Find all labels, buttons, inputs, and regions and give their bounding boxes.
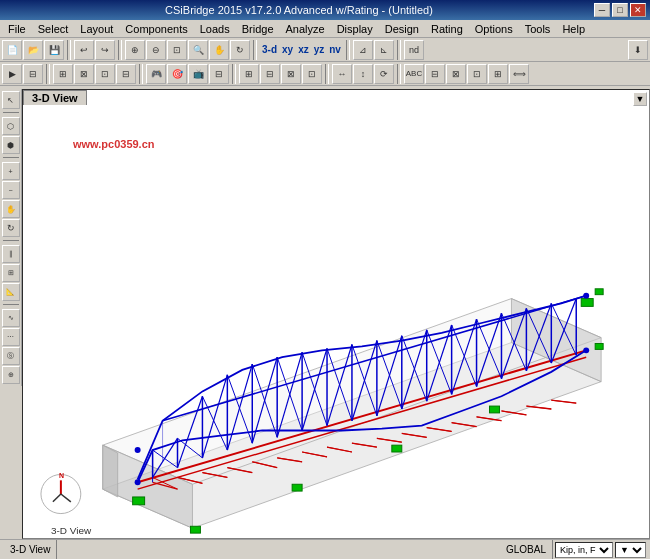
- t2-btn12[interactable]: ⊟: [260, 64, 280, 84]
- t2-btn11[interactable]: ⊞: [239, 64, 259, 84]
- t2-sep1: [46, 64, 50, 84]
- menu-item-analyze[interactable]: Analyze: [280, 22, 331, 36]
- menu-item-tools[interactable]: Tools: [519, 22, 557, 36]
- maximize-button[interactable]: □: [612, 3, 628, 17]
- zoom-out-btn[interactable]: ⊖: [146, 40, 166, 60]
- menu-item-file[interactable]: File: [2, 22, 32, 36]
- svg-point-104: [583, 347, 589, 353]
- t2-btn15[interactable]: ↔: [332, 64, 352, 84]
- lt-zoom2[interactable]: −: [2, 181, 20, 199]
- main-area: 3-D View ▼ www.pc0359.cn: [22, 89, 650, 539]
- coord-dropdown[interactable]: ▼: [615, 542, 646, 558]
- lt-zoom[interactable]: +: [2, 162, 20, 180]
- svg-text:3-D View: 3-D View: [51, 525, 92, 536]
- t2-btn6[interactable]: ⊟: [116, 64, 136, 84]
- lt-sep3: [3, 240, 19, 242]
- t2-btn9[interactable]: 📺: [188, 64, 208, 84]
- left-toolbar: ↖ ⬡ ⬢ + − ✋ ↻ ∥ ⊞ 📐 ∿ ⋯ Ⓢ ⊕: [0, 89, 22, 386]
- pan-btn[interactable]: ✋: [209, 40, 229, 60]
- lt-tool1[interactable]: ∥: [2, 245, 20, 263]
- lt-sep2: [3, 157, 19, 159]
- lt-select2[interactable]: ⬢: [2, 136, 20, 154]
- t2-btn10[interactable]: ⊟: [209, 64, 229, 84]
- menu-item-bridge[interactable]: Bridge: [236, 22, 280, 36]
- svg-rect-105: [595, 289, 603, 295]
- t2-btn7[interactable]: 🎮: [146, 64, 166, 84]
- svg-point-108: [135, 447, 141, 453]
- svg-rect-102: [490, 406, 500, 413]
- menu-item-select[interactable]: Select: [32, 22, 75, 36]
- redo-button[interactable]: ↪: [95, 40, 115, 60]
- menu-item-components[interactable]: Components: [119, 22, 193, 36]
- toolbar1: 📄 📂 💾 ↩ ↪ ⊕ ⊖ ⊡ 🔍 ✋ ↻ 3-d xy xz yz nv ⊿ …: [0, 38, 650, 62]
- t2-btn18[interactable]: ABC: [404, 64, 424, 84]
- view-btn2[interactable]: ⊾: [374, 40, 394, 60]
- t2-btn21[interactable]: ⊡: [467, 64, 487, 84]
- lt-tool6[interactable]: Ⓢ: [2, 347, 20, 365]
- zoom-in-btn[interactable]: ⊕: [125, 40, 145, 60]
- t2-btn5[interactable]: ⊡: [95, 64, 115, 84]
- svg-rect-100: [292, 484, 302, 491]
- svg-rect-101: [392, 445, 402, 452]
- menu-item-loads[interactable]: Loads: [194, 22, 236, 36]
- t2-btn8[interactable]: 🎯: [167, 64, 187, 84]
- lt-select[interactable]: ⬡: [2, 117, 20, 135]
- t2-btn23[interactable]: ⟺: [509, 64, 529, 84]
- t2-btn1[interactable]: ▶: [2, 64, 22, 84]
- t2-btn16[interactable]: ↕: [353, 64, 373, 84]
- menu-item-layout[interactable]: Layout: [74, 22, 119, 36]
- menu-item-design[interactable]: Design: [379, 22, 425, 36]
- open-button[interactable]: 📂: [23, 40, 43, 60]
- minimize-button[interactable]: ─: [594, 3, 610, 17]
- lt-tool7[interactable]: ⊕: [2, 366, 20, 384]
- lt-rotate[interactable]: ↻: [2, 219, 20, 237]
- lt-pan[interactable]: ✋: [2, 200, 20, 218]
- t2-btn17[interactable]: ⟳: [374, 64, 394, 84]
- menu-item-help[interactable]: Help: [556, 22, 591, 36]
- view-xz-label[interactable]: xz: [296, 44, 311, 55]
- view-xy-label[interactable]: xy: [280, 44, 295, 55]
- title-bar-text: CSiBridge 2015 v17.2.0 Advanced w/Rating…: [4, 4, 594, 16]
- lt-tool2[interactable]: ⊞: [2, 264, 20, 282]
- download-btn[interactable]: ⬇: [628, 40, 648, 60]
- view-yz-label[interactable]: yz: [312, 44, 327, 55]
- menu-item-display[interactable]: Display: [331, 22, 379, 36]
- view-btn1[interactable]: ⊿: [353, 40, 373, 60]
- canvas-area[interactable]: www.pc0359.cn: [23, 108, 649, 538]
- lt-tool4[interactable]: ∿: [2, 309, 20, 327]
- svg-marker-5: [103, 445, 118, 497]
- global-label: GLOBAL: [500, 540, 553, 559]
- t2-btn4[interactable]: ⊠: [74, 64, 94, 84]
- tab-close-button[interactable]: ▼: [633, 92, 647, 106]
- lt-tool5[interactable]: ⋯: [2, 328, 20, 346]
- view-nv-label[interactable]: nv: [327, 44, 343, 55]
- bridge-3d-view: N 3-D View: [23, 108, 649, 538]
- lt-tool3[interactable]: 📐: [2, 283, 20, 301]
- t2-btn2[interactable]: ⊟: [23, 64, 43, 84]
- new-button[interactable]: 📄: [2, 40, 22, 60]
- t2-btn22[interactable]: ⊞: [488, 64, 508, 84]
- t2-btn14[interactable]: ⊡: [302, 64, 322, 84]
- zoom-all-btn[interactable]: ⊡: [167, 40, 187, 60]
- sep3: [253, 40, 257, 60]
- lt-pointer[interactable]: ↖: [2, 91, 20, 109]
- sep2: [118, 40, 122, 60]
- menu-item-rating[interactable]: Rating: [425, 22, 469, 36]
- t2-btn20[interactable]: ⊠: [446, 64, 466, 84]
- view-label-status: 3-D View: [4, 540, 57, 559]
- undo-button[interactable]: ↩: [74, 40, 94, 60]
- rotate-btn[interactable]: ↻: [230, 40, 250, 60]
- t2-btn13[interactable]: ⊠: [281, 64, 301, 84]
- close-button[interactable]: ✕: [630, 3, 646, 17]
- view-tab[interactable]: 3-D View: [23, 90, 87, 105]
- menu-item-options[interactable]: Options: [469, 22, 519, 36]
- sep5: [397, 40, 401, 60]
- zoom-win-btn[interactable]: 🔍: [188, 40, 208, 60]
- t2-btn3[interactable]: ⊞: [53, 64, 73, 84]
- save-button[interactable]: 💾: [44, 40, 64, 60]
- units-dropdown[interactable]: Kip, in, F Kip, ft, F kN, m, C: [555, 542, 613, 558]
- t2-sep2: [139, 64, 143, 84]
- tb-btn-nd[interactable]: nd: [404, 40, 424, 60]
- watermark: www.pc0359.cn: [73, 138, 155, 150]
- t2-btn19[interactable]: ⊟: [425, 64, 445, 84]
